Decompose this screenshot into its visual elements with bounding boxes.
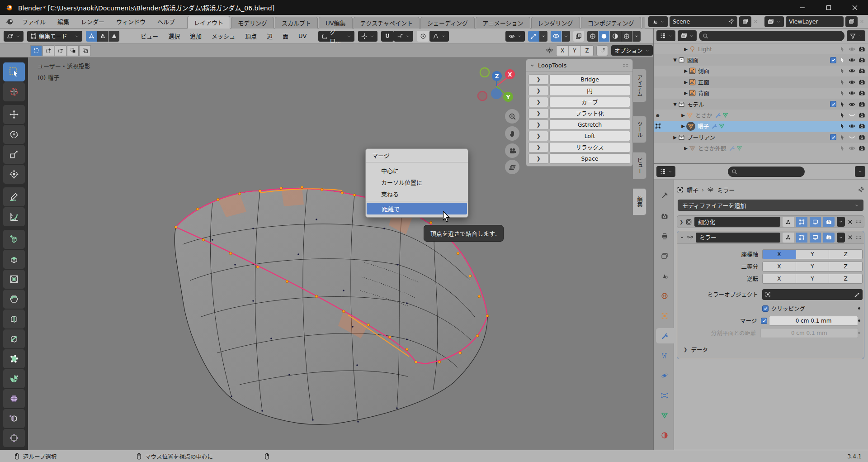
menu-item-by-distance[interactable]: 距離で (367, 203, 467, 214)
scene-new-button[interactable] (739, 16, 751, 27)
drag-handle-icon[interactable] (855, 219, 862, 225)
flip-x[interactable]: X (763, 274, 796, 283)
hide-icon[interactable] (849, 90, 855, 96)
clipping-checkbox[interactable] (762, 305, 769, 312)
tool-annotate[interactable] (3, 187, 25, 206)
modifier-mirror-header[interactable]: ミラー (677, 231, 864, 244)
select-mode-intersect[interactable] (79, 45, 91, 56)
merge-checkbox[interactable] (761, 318, 767, 324)
show-in-editmode-toggle[interactable] (796, 217, 807, 227)
show-in-editmode-toggle[interactable] (796, 233, 807, 243)
properties-filter-dropdown[interactable] (855, 166, 865, 177)
hide-icon[interactable] (849, 101, 855, 108)
collection-checkbox[interactable] (830, 134, 836, 140)
render-visibility-icon[interactable] (859, 90, 865, 96)
add-modifier-button[interactable]: モディファイアーを追加 (678, 200, 863, 211)
transform-orientation-dropdown[interactable]: グロ... (318, 31, 354, 42)
shading-solid-toggle[interactable] (599, 31, 609, 42)
close-button[interactable] (842, 0, 868, 15)
select-mode-extend[interactable] (42, 45, 54, 56)
gstretch-expander[interactable]: ❯ (528, 119, 548, 130)
curve-expander[interactable]: ❯ (528, 97, 548, 107)
tab-object[interactable] (655, 308, 674, 324)
outliner-display-mode-dropdown[interactable] (656, 30, 675, 41)
tab-texture-paint[interactable]: テクスチャペイント (354, 17, 420, 29)
pin-icon[interactable] (728, 19, 734, 24)
tab-rendering[interactable]: レンダリング (531, 17, 580, 29)
tool-transform[interactable] (3, 165, 25, 184)
outliner-row-side[interactable]: ▶ 側面 (654, 66, 868, 76)
gizmo-dropdown[interactable] (539, 31, 547, 42)
outliner-row-model[interactable]: ▼ モデル (654, 99, 868, 110)
tab-tool[interactable] (655, 188, 674, 203)
menu-select[interactable]: 選択 (163, 32, 185, 40)
blender-menu-icon[interactable] (5, 18, 14, 26)
loft-expander[interactable]: ❯ (528, 131, 548, 141)
outliner-row-boolean[interactable]: ▶ ブーリアン (654, 132, 868, 143)
viewlayer-new-button[interactable] (845, 16, 858, 27)
outliner-row-hat[interactable]: ▶ 帽子 (654, 121, 868, 132)
sidebar-tab-tool[interactable]: ツール (633, 116, 646, 143)
tool-move[interactable] (3, 105, 25, 124)
tab-object-data[interactable] (655, 408, 674, 423)
animate-dot[interactable] (858, 307, 860, 310)
menu-item-at-center[interactable]: 中心に (366, 164, 468, 176)
menu-item-collapse[interactable]: 束ねる (366, 188, 468, 200)
looptools-loft-button[interactable]: Loft (549, 131, 630, 141)
snap-toggle[interactable] (381, 31, 394, 42)
animate-dot[interactable] (858, 319, 860, 322)
render-visibility-icon[interactable] (859, 67, 865, 74)
show-in-editmode-vertex-toggle[interactable] (783, 217, 794, 227)
data-section-label[interactable]: データ (691, 345, 708, 354)
tool-measure[interactable] (3, 207, 25, 226)
tool-rotate[interactable] (3, 125, 25, 144)
select-mode-new[interactable] (30, 45, 42, 56)
bisect-distance-field[interactable]: 0 cm 0.1 mm (760, 328, 859, 338)
hide-icon[interactable] (849, 79, 855, 86)
menu-item-at-cursor[interactable]: カーソル位置に (366, 176, 468, 188)
render-visibility-icon[interactable] (859, 112, 865, 119)
tab-physics[interactable] (655, 368, 674, 383)
bridge-expander[interactable]: ❯ (528, 74, 548, 85)
tab-sculpting[interactable]: スカルプト (275, 17, 318, 29)
tab-animation[interactable]: アニメーション (476, 17, 530, 29)
axis-z[interactable]: Z (829, 250, 862, 259)
menu-vertex[interactable]: 頂点 (240, 32, 262, 40)
outliner-row-tosaka[interactable]: ● ▶ とさか (654, 110, 868, 120)
scene-selector[interactable]: Scene (670, 16, 737, 27)
perspective-toggle-button[interactable] (505, 160, 519, 174)
modifier-extras-dropdown[interactable] (837, 217, 845, 227)
looptools-relax-button[interactable]: リラックス (549, 142, 630, 152)
show-objects-dropdown[interactable] (505, 31, 525, 42)
tool-tweak-select[interactable] (3, 62, 25, 81)
outliner-scene-dropdown[interactable] (678, 30, 697, 41)
editor-type-dropdown[interactable] (4, 31, 24, 42)
shading-rendered-toggle[interactable] (621, 31, 632, 42)
flip-z[interactable]: Z (829, 274, 862, 283)
select-mode-subtract[interactable] (55, 45, 66, 56)
show-in-render-toggle[interactable] (823, 233, 835, 243)
outliner-row-drawings[interactable]: ▼ 図面 (654, 54, 868, 65)
tab-geometry-nodes[interactable]: ジオメトリノ (642, 17, 645, 29)
menu-window[interactable]: ウィンドウ (110, 17, 151, 26)
circle-expander[interactable]: ❯ (528, 86, 548, 96)
scene-unlink-icon[interactable] (753, 19, 758, 24)
outliner-row-front[interactable]: ▶ 正面 (654, 76, 868, 87)
pin-icon[interactable] (858, 186, 864, 193)
render-visibility-icon[interactable] (859, 145, 865, 152)
render-visibility-icon[interactable] (859, 134, 865, 141)
xray-toggle[interactable] (573, 31, 584, 42)
axis-x-on[interactable]: X (763, 250, 796, 259)
overlays-toggle[interactable] (551, 31, 561, 42)
delete-modifier-icon[interactable] (847, 219, 853, 225)
tab-render[interactable] (655, 209, 674, 224)
sidebar-tab-item[interactable]: アイテム (633, 69, 646, 102)
tab-layout[interactable]: レイアウト (187, 16, 230, 29)
drag-handle-icon[interactable] (855, 234, 862, 241)
menu-edge[interactable]: 辺 (262, 32, 278, 40)
show-in-render-toggle[interactable] (823, 217, 835, 227)
tab-material[interactable] (655, 428, 674, 443)
viewlayer-selector[interactable]: ViewLayer (786, 16, 844, 27)
tab-scene[interactable] (655, 268, 674, 284)
overlays-dropdown[interactable] (562, 31, 570, 42)
